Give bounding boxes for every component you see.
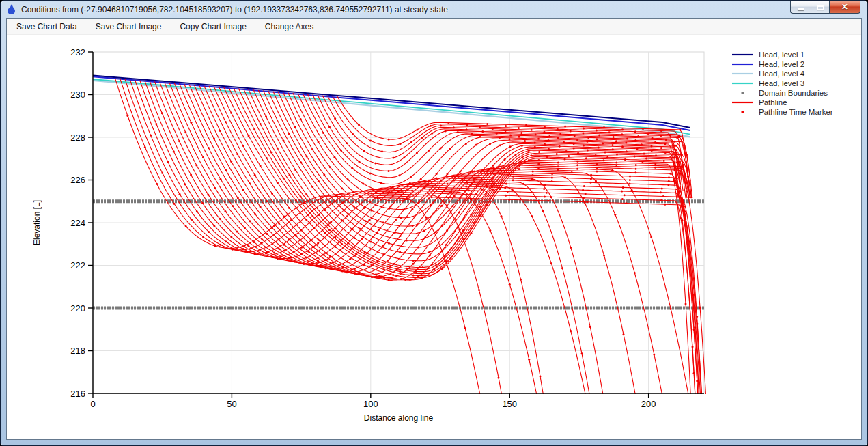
pathline-time-marker	[425, 217, 428, 219]
pathline-time-marker	[595, 180, 597, 182]
pathline-time-marker	[504, 158, 506, 161]
pathline-time-marker	[546, 156, 548, 158]
pathline-time-marker	[329, 201, 331, 204]
pathline-time-marker	[403, 156, 405, 158]
minimize-icon	[798, 8, 804, 10]
pathline-time-marker	[439, 198, 441, 200]
pathline-time-marker	[664, 204, 666, 206]
pathline-time-marker	[626, 138, 628, 140]
menu-item-copy-chart-image[interactable]: Copy Chart Image	[180, 22, 246, 31]
pathline-time-marker	[195, 164, 197, 166]
pathline-time-marker	[515, 166, 517, 168]
pathline-time-marker	[478, 289, 480, 291]
pathline-time-marker	[681, 204, 683, 206]
pathline-time-marker	[423, 229, 425, 232]
pathline-time-marker	[358, 161, 360, 163]
pathline-time-marker	[466, 182, 468, 184]
pathline-time-marker	[395, 269, 397, 271]
pathline-time-marker	[621, 190, 623, 192]
pathline-time-marker	[634, 139, 636, 141]
pathline-time-marker	[386, 265, 388, 267]
axes	[88, 52, 704, 398]
pathline-time-marker	[492, 177, 494, 179]
chart-area[interactable]: 216218220222224226228230232050100150200D…	[7, 35, 861, 439]
x-tick-label: 0	[90, 399, 95, 409]
menu-item-save-chart-image[interactable]: Save Chart Image	[96, 22, 162, 31]
close-button[interactable]: ✕	[830, 1, 860, 14]
pathline-time-marker	[283, 244, 285, 246]
pathline-time-marker	[363, 264, 365, 266]
pathline-time-marker	[313, 227, 315, 229]
pathline-time-marker	[265, 115, 267, 117]
pathline-time-marker	[470, 171, 472, 173]
pathline-time-marker	[399, 251, 401, 253]
pathline-time-marker	[351, 167, 353, 169]
pathline-time-marker	[349, 258, 351, 260]
pathline-time-marker	[383, 268, 385, 270]
legend-item: Head, level 4	[732, 70, 805, 78]
pathline-time-marker	[602, 159, 604, 161]
pathline-time-marker	[411, 208, 413, 210]
pathline-time-marker	[660, 191, 662, 193]
pathline-time-marker	[236, 231, 238, 233]
pathline-time-marker	[334, 156, 336, 158]
pathline-time-marker	[352, 133, 354, 135]
pathline-time-marker	[596, 163, 598, 165]
pathline-time-marker	[668, 180, 670, 182]
pathline-time-marker	[635, 168, 637, 170]
pathline-time-marker	[254, 213, 256, 215]
pathline-time-marker	[370, 261, 372, 263]
pathline-time-marker	[641, 143, 643, 145]
pathline-time-marker	[559, 145, 561, 148]
pathline-time-marker	[493, 173, 495, 175]
pathline	[169, 83, 700, 413]
profile-chart[interactable]: 216218220222224226228230232050100150200D…	[7, 35, 863, 441]
pathline-time-marker	[544, 196, 546, 198]
pathline-time-marker	[308, 264, 310, 266]
pathline-time-marker	[294, 261, 296, 263]
pathline-time-marker	[613, 136, 615, 138]
pathline-time-marker	[424, 236, 426, 238]
pathline-time-marker	[253, 128, 255, 130]
pathline-time-marker	[380, 199, 382, 201]
pathline-time-marker	[406, 268, 408, 270]
pathline-time-marker	[699, 307, 701, 309]
pathline-time-marker	[265, 253, 267, 255]
pathline-time-marker	[208, 231, 210, 233]
pathline-time-marker	[445, 244, 447, 246]
pathline-time-marker	[416, 128, 418, 130]
pathline-time-marker	[577, 152, 579, 154]
pathline-time-marker	[660, 135, 662, 137]
pathline-time-marker	[339, 249, 341, 251]
pathline-time-marker	[512, 171, 514, 173]
pathline-time-marker	[596, 138, 598, 140]
pathline-time-marker	[505, 195, 507, 197]
menu-item-change-axes[interactable]: Change Axes	[265, 22, 313, 31]
pathline-time-marker	[654, 141, 656, 143]
pathline-time-marker	[271, 227, 273, 229]
pathline-time-marker	[486, 174, 488, 176]
pathline-time-marker	[564, 158, 566, 161]
pathline-time-marker	[603, 126, 605, 128]
title-bar[interactable]: Conditions from (-27.9046810719056,782.1…	[1, 1, 867, 18]
pathline-time-marker	[311, 215, 313, 217]
pathline-time-marker	[375, 192, 377, 194]
pathline-time-marker	[692, 294, 695, 296]
pathline-time-marker	[249, 182, 251, 184]
maximize-button[interactable]	[811, 1, 830, 14]
pathline-time-marker	[507, 191, 509, 193]
pathline-time-marker	[678, 135, 680, 137]
menu-item-save-chart-data[interactable]: Save Chart Data	[16, 22, 77, 31]
y-tick-label: 224	[70, 218, 85, 228]
pathline-time-marker	[565, 150, 568, 152]
pathline-time-marker	[440, 148, 442, 150]
pathline-time-marker	[214, 187, 216, 189]
pathline-time-marker	[464, 233, 466, 235]
pathline-time-marker	[453, 176, 456, 178]
pathline-time-marker	[531, 215, 533, 217]
legend-label: Head, level 1	[759, 51, 804, 59]
pathline-time-marker	[410, 141, 412, 143]
pathline-time-marker	[423, 187, 425, 189]
pathline-time-marker	[466, 124, 468, 126]
minimize-button[interactable]	[790, 1, 811, 14]
